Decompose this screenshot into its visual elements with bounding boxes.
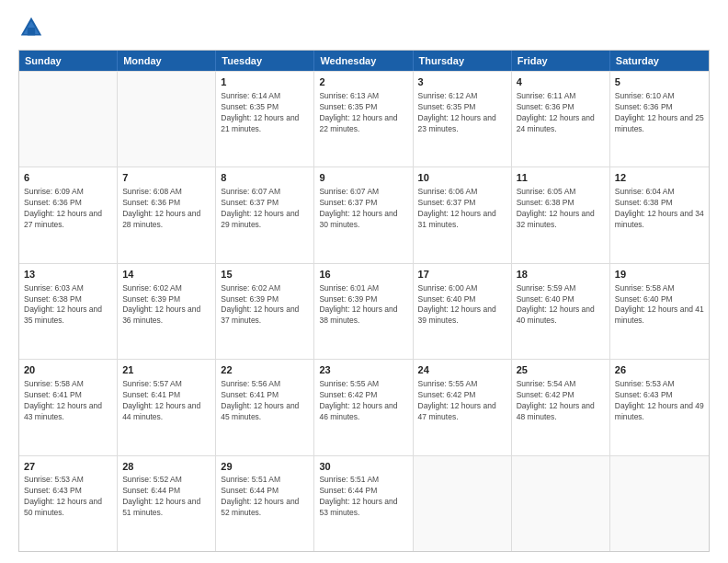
cell-details: Sunrise: 6:03 AMSunset: 6:38 PMDaylight:… xyxy=(24,283,112,327)
day-number: 24 xyxy=(418,363,506,377)
logo xyxy=(18,15,50,40)
calendar-cell-9: 9Sunrise: 6:07 AMSunset: 6:37 PMDaylight… xyxy=(314,167,413,262)
calendar-cell-20: 20Sunrise: 5:58 AMSunset: 6:41 PMDayligh… xyxy=(19,360,118,454)
weekday-header-thursday: Thursday xyxy=(414,51,512,71)
day-number: 25 xyxy=(517,363,605,377)
cell-details: Sunrise: 6:02 AMSunset: 6:39 PMDaylight:… xyxy=(221,283,309,327)
cell-details: Sunrise: 6:07 AMSunset: 6:37 PMDaylight:… xyxy=(221,187,309,231)
cell-details: Sunrise: 6:06 AMSunset: 6:37 PMDaylight:… xyxy=(418,187,506,231)
cell-details: Sunrise: 5:55 AMSunset: 6:42 PMDaylight:… xyxy=(418,379,506,423)
day-number: 1 xyxy=(221,75,309,89)
calendar-cell-18: 18Sunrise: 5:59 AMSunset: 6:40 PMDayligh… xyxy=(512,264,610,359)
calendar-row-2: 13Sunrise: 6:03 AMSunset: 6:38 PMDayligh… xyxy=(19,263,709,359)
calendar-cell-30: 30Sunrise: 5:51 AMSunset: 6:44 PMDayligh… xyxy=(314,456,413,551)
day-number: 15 xyxy=(221,268,309,282)
day-number: 21 xyxy=(122,363,210,377)
day-number: 6 xyxy=(24,171,112,185)
calendar-cell-27: 27Sunrise: 5:53 AMSunset: 6:43 PMDayligh… xyxy=(19,456,118,551)
calendar-cell-10: 10Sunrise: 6:06 AMSunset: 6:37 PMDayligh… xyxy=(414,167,512,262)
calendar-cell-26: 26Sunrise: 5:53 AMSunset: 6:43 PMDayligh… xyxy=(610,360,709,454)
cell-details: Sunrise: 6:10 AMSunset: 6:36 PMDaylight:… xyxy=(615,91,704,135)
calendar-cell-17: 17Sunrise: 6:00 AMSunset: 6:40 PMDayligh… xyxy=(414,264,512,359)
calendar-cell-25: 25Sunrise: 5:54 AMSunset: 6:42 PMDayligh… xyxy=(512,360,610,454)
cell-details: Sunrise: 6:04 AMSunset: 6:38 PMDaylight:… xyxy=(615,187,704,231)
weekday-header-friday: Friday xyxy=(512,51,610,71)
calendar-cell-1: 1Sunrise: 6:14 AMSunset: 6:35 PMDaylight… xyxy=(216,72,314,167)
day-number: 17 xyxy=(418,268,506,282)
day-number: 16 xyxy=(319,268,407,282)
day-number: 14 xyxy=(122,268,210,282)
calendar-cell-6: 6Sunrise: 6:09 AMSunset: 6:36 PMDaylight… xyxy=(19,167,118,262)
weekday-header-saturday: Saturday xyxy=(610,51,709,71)
calendar-row-1: 6Sunrise: 6:09 AMSunset: 6:36 PMDaylight… xyxy=(19,167,709,262)
calendar-cell-3: 3Sunrise: 6:12 AMSunset: 6:35 PMDaylight… xyxy=(414,72,512,167)
calendar: SundayMondayTuesdayWednesdayThursdayFrid… xyxy=(18,50,710,552)
day-number: 29 xyxy=(221,460,309,474)
calendar-cell-13: 13Sunrise: 6:03 AMSunset: 6:38 PMDayligh… xyxy=(19,264,118,359)
day-number: 4 xyxy=(517,75,605,89)
cell-details: Sunrise: 5:59 AMSunset: 6:40 PMDaylight:… xyxy=(517,283,605,327)
cell-details: Sunrise: 5:58 AMSunset: 6:41 PMDaylight:… xyxy=(24,379,112,423)
cell-details: Sunrise: 5:53 AMSunset: 6:43 PMDaylight:… xyxy=(615,379,704,423)
calendar-cell-empty-0-1 xyxy=(118,72,216,167)
page: SundayMondayTuesdayWednesdayThursdayFrid… xyxy=(0,0,728,563)
calendar-body: 1Sunrise: 6:14 AMSunset: 6:35 PMDaylight… xyxy=(19,71,709,551)
weekday-header-sunday: Sunday xyxy=(19,51,118,71)
weekday-header-wednesday: Wednesday xyxy=(314,51,413,71)
day-number: 10 xyxy=(418,171,506,185)
weekday-header-monday: Monday xyxy=(118,51,216,71)
calendar-cell-24: 24Sunrise: 5:55 AMSunset: 6:42 PMDayligh… xyxy=(414,360,512,454)
cell-details: Sunrise: 5:51 AMSunset: 6:44 PMDaylight:… xyxy=(319,475,407,519)
cell-details: Sunrise: 6:09 AMSunset: 6:36 PMDaylight:… xyxy=(24,187,112,231)
day-number: 2 xyxy=(319,75,407,89)
calendar-cell-11: 11Sunrise: 6:05 AMSunset: 6:38 PMDayligh… xyxy=(512,167,610,262)
day-number: 20 xyxy=(24,363,112,377)
day-number: 8 xyxy=(221,171,309,185)
day-number: 23 xyxy=(319,363,407,377)
cell-details: Sunrise: 6:01 AMSunset: 6:39 PMDaylight:… xyxy=(319,283,407,327)
cell-details: Sunrise: 6:00 AMSunset: 6:40 PMDaylight:… xyxy=(418,283,506,327)
cell-details: Sunrise: 6:14 AMSunset: 6:35 PMDaylight:… xyxy=(221,91,309,135)
day-number: 13 xyxy=(24,268,112,282)
calendar-cell-28: 28Sunrise: 5:52 AMSunset: 6:44 PMDayligh… xyxy=(118,456,216,551)
calendar-cell-5: 5Sunrise: 6:10 AMSunset: 6:36 PMDaylight… xyxy=(610,72,709,167)
cell-details: Sunrise: 6:11 AMSunset: 6:36 PMDaylight:… xyxy=(517,91,605,135)
logo-icon xyxy=(18,15,44,40)
cell-details: Sunrise: 5:54 AMSunset: 6:42 PMDaylight:… xyxy=(517,379,605,423)
calendar-cell-empty-4-5 xyxy=(512,456,610,551)
calendar-cell-4: 4Sunrise: 6:11 AMSunset: 6:36 PMDaylight… xyxy=(512,72,610,167)
day-number: 11 xyxy=(517,171,605,185)
cell-details: Sunrise: 5:57 AMSunset: 6:41 PMDaylight:… xyxy=(122,379,210,423)
weekday-header-tuesday: Tuesday xyxy=(216,51,314,71)
calendar-row-0: 1Sunrise: 6:14 AMSunset: 6:35 PMDaylight… xyxy=(19,71,709,167)
cell-details: Sunrise: 5:53 AMSunset: 6:43 PMDaylight:… xyxy=(24,475,112,519)
calendar-cell-2: 2Sunrise: 6:13 AMSunset: 6:35 PMDaylight… xyxy=(314,72,413,167)
svg-rect-2 xyxy=(28,28,35,35)
header xyxy=(18,15,710,40)
calendar-cell-22: 22Sunrise: 5:56 AMSunset: 6:41 PMDayligh… xyxy=(216,360,314,454)
calendar-cell-empty-4-4 xyxy=(414,456,512,551)
calendar-cell-8: 8Sunrise: 6:07 AMSunset: 6:37 PMDaylight… xyxy=(216,167,314,262)
cell-details: Sunrise: 6:13 AMSunset: 6:35 PMDaylight:… xyxy=(319,91,407,135)
cell-details: Sunrise: 6:02 AMSunset: 6:39 PMDaylight:… xyxy=(122,283,210,327)
calendar-cell-12: 12Sunrise: 6:04 AMSunset: 6:38 PMDayligh… xyxy=(610,167,709,262)
calendar-cell-empty-0-0 xyxy=(19,72,118,167)
day-number: 30 xyxy=(319,460,407,474)
day-number: 12 xyxy=(615,171,704,185)
calendar-cell-23: 23Sunrise: 5:55 AMSunset: 6:42 PMDayligh… xyxy=(314,360,413,454)
day-number: 18 xyxy=(517,268,605,282)
calendar-cell-14: 14Sunrise: 6:02 AMSunset: 6:39 PMDayligh… xyxy=(118,264,216,359)
calendar-cell-7: 7Sunrise: 6:08 AMSunset: 6:36 PMDaylight… xyxy=(118,167,216,262)
cell-details: Sunrise: 5:58 AMSunset: 6:40 PMDaylight:… xyxy=(615,283,704,327)
day-number: 22 xyxy=(221,363,309,377)
cell-details: Sunrise: 6:08 AMSunset: 6:36 PMDaylight:… xyxy=(122,187,210,231)
calendar-cell-empty-4-6 xyxy=(610,456,709,551)
cell-details: Sunrise: 6:05 AMSunset: 6:38 PMDaylight:… xyxy=(517,187,605,231)
cell-details: Sunrise: 6:07 AMSunset: 6:37 PMDaylight:… xyxy=(319,187,407,231)
calendar-cell-21: 21Sunrise: 5:57 AMSunset: 6:41 PMDayligh… xyxy=(118,360,216,454)
day-number: 27 xyxy=(24,460,112,474)
cell-details: Sunrise: 5:52 AMSunset: 6:44 PMDaylight:… xyxy=(122,475,210,519)
calendar-cell-19: 19Sunrise: 5:58 AMSunset: 6:40 PMDayligh… xyxy=(610,264,709,359)
cell-details: Sunrise: 6:12 AMSunset: 6:35 PMDaylight:… xyxy=(418,91,506,135)
day-number: 7 xyxy=(122,171,210,185)
